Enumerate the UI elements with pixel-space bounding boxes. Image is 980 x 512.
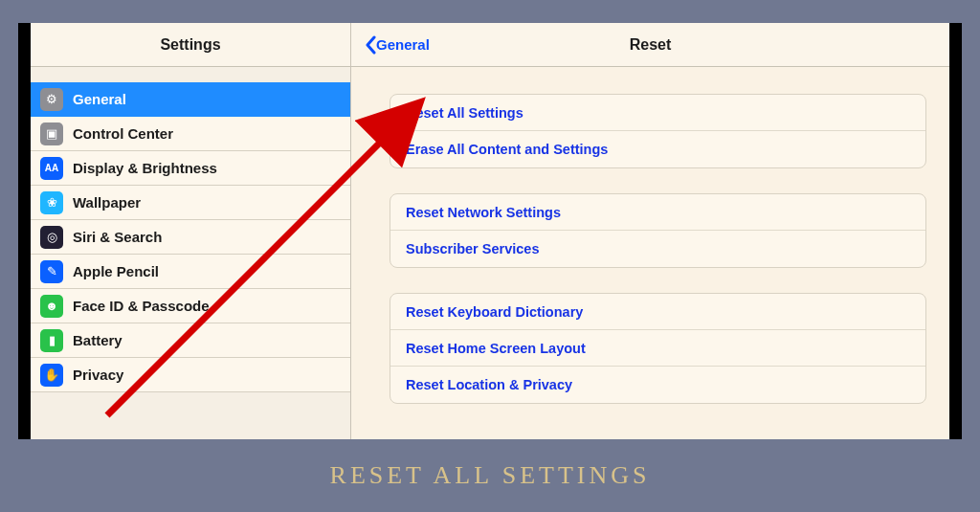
sidebar-item-display-brightness[interactable]: AADisplay & Brightness	[31, 151, 350, 186]
display-icon: AA	[40, 157, 63, 180]
settings-group: Reset Keyboard DictionaryReset Home Scre…	[390, 293, 926, 404]
privacy-icon: ✋	[40, 364, 63, 387]
settings-group: Reset All SettingsErase All Content and …	[390, 94, 926, 168]
reset-option-label: Reset Network Settings	[406, 205, 561, 220]
pencil-icon: ✎	[40, 260, 63, 283]
caption: RESET ALL SETTINGS	[0, 439, 980, 512]
bezel	[949, 23, 962, 439]
reset-option-label: Reset Keyboard Dictionary	[406, 304, 583, 320]
sidebar-item-label: Control Center	[73, 125, 173, 142]
reset-option-reset-keyboard-dictionary[interactable]: Reset Keyboard Dictionary	[390, 294, 925, 330]
back-label: General	[376, 36, 430, 53]
sidebar-item-label: Siri & Search	[73, 229, 162, 245]
detail-title: Reset	[351, 36, 949, 54]
back-button[interactable]: General	[365, 35, 430, 55]
sidebar-title: Settings	[31, 23, 350, 67]
bezel	[18, 23, 31, 439]
reset-option-label: Subscriber Services	[406, 241, 539, 256]
sidebar-item-label: Wallpaper	[73, 194, 141, 211]
sidebar-item-general[interactable]: ⚙General	[31, 82, 350, 117]
sidebar-item-label: Display & Brightness	[73, 160, 217, 176]
wallpaper-icon: ❀	[40, 191, 63, 214]
sliders-icon: ▣	[40, 122, 63, 145]
faceid-icon: ☻	[40, 295, 63, 318]
reset-option-reset-network-settings[interactable]: Reset Network Settings	[390, 194, 925, 231]
reset-option-reset-all-settings[interactable]: Reset All Settings	[390, 95, 925, 131]
sidebar-item-label: General	[73, 91, 126, 107]
reset-option-label: Reset Location & Privacy	[406, 377, 572, 392]
detail-header: General Reset	[351, 23, 949, 67]
reset-option-reset-home-screen-layout[interactable]: Reset Home Screen Layout	[390, 330, 925, 367]
reset-option-label: Reset All Settings	[406, 105, 523, 121]
sidebar-item-siri-search[interactable]: ◎Siri & Search	[31, 220, 350, 255]
siri-icon: ◎	[40, 226, 63, 249]
device-frame: Settings ⚙General▣Control CenterAADispla…	[18, 23, 962, 439]
reset-option-label: Reset Home Screen Layout	[406, 341, 586, 356]
sidebar-item-battery[interactable]: ▮Battery	[31, 323, 350, 358]
sidebar-item-wallpaper[interactable]: ❀Wallpaper	[31, 186, 350, 220]
reset-option-label: Erase All Content and Settings	[406, 142, 608, 157]
sidebar-item-control-center[interactable]: ▣Control Center	[31, 117, 350, 151]
sidebar-item-label: Face ID & Passcode	[73, 298, 210, 314]
screen: Settings ⚙General▣Control CenterAADispla…	[31, 23, 949, 439]
sidebar-item-label: Apple Pencil	[73, 263, 159, 279]
reset-option-subscriber-services[interactable]: Subscriber Services	[390, 231, 925, 267]
sidebar-item-face-id-passcode[interactable]: ☻Face ID & Passcode	[31, 289, 350, 323]
sidebar-item-label: Privacy	[73, 367, 123, 383]
reset-option-reset-location-privacy[interactable]: Reset Location & Privacy	[390, 367, 925, 403]
settings-group: Reset Network SettingsSubscriber Service…	[390, 193, 926, 268]
detail-pane: General Reset Reset All SettingsErase Al…	[351, 23, 949, 439]
reset-option-erase-all-content-and-settings[interactable]: Erase All Content and Settings	[390, 131, 925, 167]
gear-icon: ⚙	[40, 88, 63, 111]
sidebar-list: ⚙General▣Control CenterAADisplay & Brigh…	[31, 67, 350, 392]
sidebar-item-apple-pencil[interactable]: ✎Apple Pencil	[31, 255, 350, 289]
battery-icon: ▮	[40, 329, 63, 352]
sidebar-item-label: Battery	[73, 332, 122, 348]
settings-sidebar: Settings ⚙General▣Control CenterAADispla…	[31, 23, 351, 439]
sidebar-item-privacy[interactable]: ✋Privacy	[31, 358, 350, 392]
detail-body: Reset All SettingsErase All Content and …	[351, 67, 949, 429]
